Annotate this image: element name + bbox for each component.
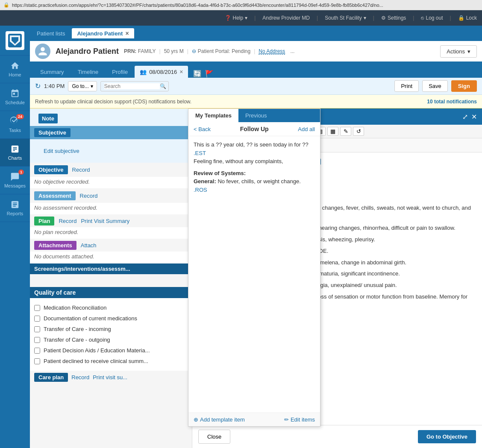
goto-objective-button[interactable]: Go to Objective: [418, 430, 476, 443]
close-panel-icon[interactable]: ✕: [471, 113, 477, 121]
logo-icon: [7, 33, 23, 48]
print-button[interactable]: Print: [394, 80, 419, 92]
search-icon[interactable]: 🔍: [160, 83, 166, 89]
messages-badge: 1: [18, 170, 24, 175]
settings-icon: ⚙: [381, 15, 386, 21]
close-button[interactable]: Close: [198, 430, 230, 444]
quality-checkbox-5[interactable]: [34, 358, 40, 364]
assessment-tag: Assessment: [34, 191, 76, 200]
encounter-tab-close[interactable]: ×: [179, 68, 183, 75]
template-header: < Back Follow Up Add all: [188, 122, 320, 136]
template-tag-est: .EST: [194, 149, 315, 158]
quality-item-1[interactable]: Documentation of current medications: [34, 313, 188, 324]
tab-summary[interactable]: Summary: [33, 66, 71, 78]
resize-icon[interactable]: ⤢: [462, 113, 468, 121]
facility-chevron-icon: ▾: [364, 15, 366, 21]
top-nav: ❓ Help ▾ | Andrew Provider MD | South St…: [0, 10, 482, 26]
settings-link[interactable]: ⚙ Settings: [381, 15, 406, 21]
actions-chevron-icon: ▾: [467, 48, 470, 55]
quality-item-5[interactable]: Patient declined to receive clinical sum…: [34, 356, 188, 366]
toolbar: ↻ 1:40 PM Go to... ▾ 🔍 Print Save Sign: [30, 78, 482, 95]
care-plan-record-link[interactable]: Record: [71, 374, 89, 381]
objective-section-header: Objective Record: [30, 163, 192, 177]
quality-checkbox-0[interactable]: [34, 305, 40, 311]
patient-header: Alejandro Patient PRN: FAMILY | 50 yrs M…: [30, 41, 482, 62]
no-address-link[interactable]: No Address: [259, 48, 285, 55]
note-label: Note: [38, 114, 58, 123]
save-button[interactable]: Save: [422, 80, 448, 92]
quality-item-0[interactable]: Medication Reconciliation: [34, 302, 188, 313]
plan-no-record-text: No plan recorded.: [34, 229, 78, 235]
refresh-encounter-icon[interactable]: 🔄: [193, 70, 202, 78]
patient-active-tab[interactable]: Alejandro Patient ×: [72, 28, 134, 38]
help-menu[interactable]: ❓ Help ▾: [225, 15, 248, 21]
charts-icon: [10, 144, 20, 154]
time-display: 1:40 PM: [44, 83, 65, 89]
sidebar-item-reports[interactable]: Reports: [0, 194, 30, 222]
messages-icon: [10, 172, 20, 182]
patient-avatar: [35, 44, 50, 59]
patient-tab-close[interactable]: ×: [125, 30, 129, 37]
back-link[interactable]: < Back: [194, 126, 211, 132]
quality-checkbox-4[interactable]: [34, 348, 40, 354]
assessment-section-header: Assessment Record: [30, 189, 192, 203]
logout-icon: ⎋: [421, 15, 424, 21]
sidebar-item-tasks[interactable]: 24 Tasks: [0, 111, 30, 139]
quality-checkbox-3[interactable]: [34, 337, 40, 343]
patient-meta: PRN: FAMILY | 50 yrs M | ⊖ Patient Porta…: [124, 48, 294, 55]
search-box[interactable]: 🔍: [100, 81, 169, 91]
lock-icon: 🔒: [3, 2, 9, 8]
provider-name[interactable]: Andrew Provider MD: [262, 15, 310, 21]
edit-subjective-btn[interactable]: Edit subjective: [38, 144, 183, 158]
right-panel-footer: Close Go to Objective: [192, 425, 482, 448]
patient-lists-tab[interactable]: Patient lists: [33, 29, 68, 38]
patient-more-menu[interactable]: ...: [290, 48, 294, 54]
lock-link[interactable]: 🔒 Lock: [458, 15, 477, 21]
add-all-link[interactable]: Add all: [298, 126, 315, 132]
sidebar-item-schedule[interactable]: Schedule: [0, 83, 30, 111]
search-input[interactable]: [104, 83, 160, 89]
plan-record-link[interactable]: Record: [59, 218, 76, 224]
quality-checkbox-2[interactable]: [34, 326, 40, 332]
spell-check-button[interactable]: ✎: [340, 127, 351, 136]
sidebar-item-home[interactable]: Home: [0, 56, 30, 83]
sidebar-item-charts[interactable]: Charts: [0, 139, 30, 167]
add-template-item-btn[interactable]: ⊕ Add template item: [194, 416, 245, 423]
notification-bar: Refresh to update clinical decision supp…: [30, 95, 482, 108]
tab-profile[interactable]: Profile: [105, 66, 135, 78]
sidebar-item-messages[interactable]: 1 Messages: [0, 167, 30, 194]
template-tag-ros: .ROS: [194, 186, 315, 194]
logout-link[interactable]: ⎋ Log out: [421, 15, 443, 21]
align-right-button[interactable]: ▦: [327, 127, 338, 136]
objective-record-link[interactable]: Record: [72, 167, 90, 173]
goto-dropdown[interactable]: Go to... ▾: [68, 81, 97, 91]
subjective-tag: Subjective: [34, 128, 71, 137]
flag-icon[interactable]: 🚩: [205, 70, 214, 78]
tab-my-templates[interactable]: My Templates: [188, 109, 238, 122]
refresh-button[interactable]: ↻: [35, 82, 41, 90]
attachments-attach-link[interactable]: Attach: [81, 242, 97, 249]
portal-icon: ⊖: [192, 48, 196, 54]
edit-items-btn[interactable]: ✏ Edit items: [284, 416, 315, 423]
template-tabs: My Templates Previous: [188, 109, 320, 122]
undo-button[interactable]: ↺: [353, 127, 364, 136]
lock-icon2: 🔒: [458, 15, 464, 21]
quality-item-2[interactable]: Transfer of Care - incoming: [34, 324, 188, 334]
assessment-record-link[interactable]: Record: [80, 193, 98, 199]
sign-button[interactable]: Sign: [451, 80, 477, 92]
actions-button[interactable]: Actions ▾: [440, 45, 477, 58]
facility-name[interactable]: South St Facility ▾: [325, 15, 366, 21]
tab-timeline[interactable]: Timeline: [71, 66, 106, 78]
left-panel: Note Subjective Edit subjective Objectiv…: [30, 108, 192, 448]
browser-url: https://static.practicefusion.com/apps/e…: [12, 3, 383, 8]
plan-print-link[interactable]: Print Visit Summary: [81, 218, 129, 224]
encounter-tab[interactable]: 👥 08/08/2016 ×: [135, 66, 188, 78]
quality-checkbox-1[interactable]: [34, 316, 40, 322]
care-plan-print-link[interactable]: Print visit su...: [93, 374, 127, 381]
template-title: Follow Up: [240, 126, 269, 132]
tab-previous[interactable]: Previous: [238, 109, 274, 122]
encounter-tab-icon: 👥: [140, 69, 147, 75]
calendar-icon: [10, 89, 20, 98]
quality-item-4[interactable]: Patient Decision Aids / Education Materi…: [34, 345, 188, 356]
quality-item-3[interactable]: Transfer of Care - outgoing: [34, 334, 188, 345]
